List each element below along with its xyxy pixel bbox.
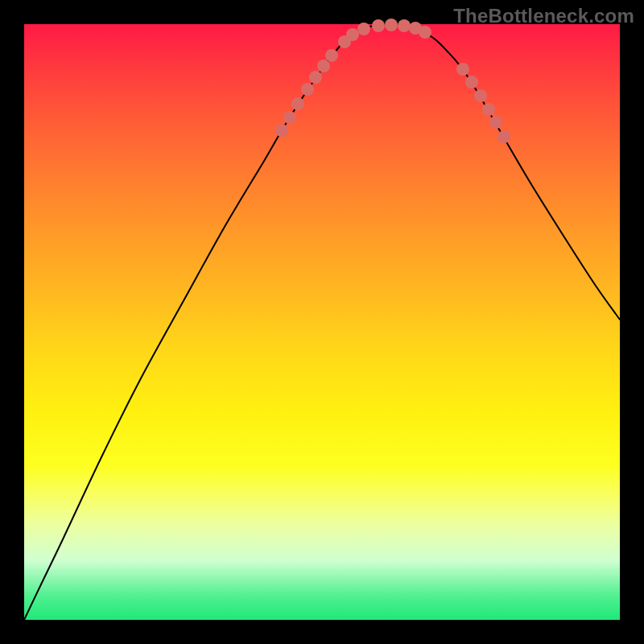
data-marker bbox=[357, 23, 370, 35]
chart-svg bbox=[24, 24, 620, 620]
curve-path bbox=[24, 25, 620, 620]
data-marker bbox=[301, 83, 314, 96]
data-marker bbox=[291, 97, 304, 110]
data-marker bbox=[325, 49, 338, 62]
data-marker bbox=[317, 60, 330, 72]
data-marker bbox=[309, 71, 322, 84]
data-marker bbox=[346, 28, 359, 41]
data-marker bbox=[372, 19, 385, 32]
data-marker bbox=[275, 124, 288, 137]
data-marker bbox=[398, 19, 411, 32]
data-marker bbox=[497, 130, 510, 143]
data-marker bbox=[465, 76, 478, 89]
data-marker bbox=[456, 63, 469, 76]
data-marker bbox=[482, 103, 495, 116]
data-marker bbox=[385, 19, 398, 31]
data-marker bbox=[474, 89, 487, 102]
data-marker bbox=[419, 26, 431, 39]
data-marker bbox=[489, 116, 502, 129]
data-marker bbox=[283, 111, 296, 124]
